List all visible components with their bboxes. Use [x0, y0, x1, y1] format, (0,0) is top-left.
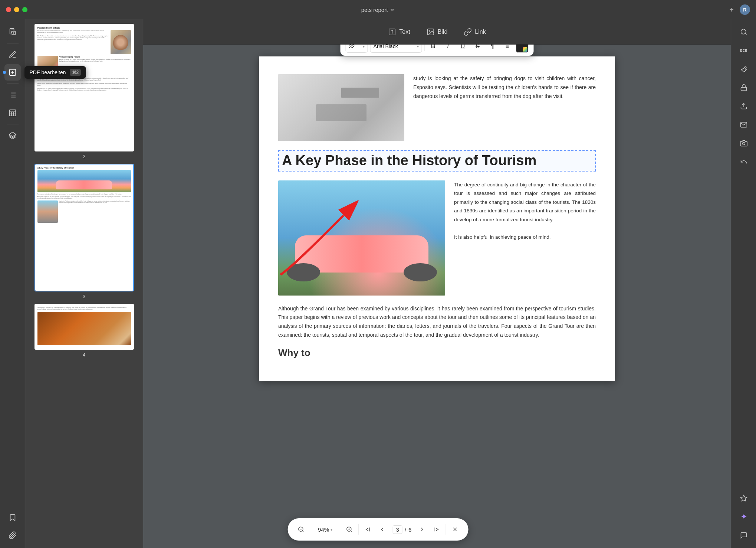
bold-button[interactable]: B: [427, 45, 440, 53]
sidebar-item-bookmark[interactable]: [4, 509, 21, 526]
sidebar-divider-1: [7, 43, 19, 43]
svg-rect-32: [741, 87, 746, 91]
thumb4-body: Ranthambore National Park is a showcase …: [37, 307, 131, 310]
thumb3-content: A Key Phase in the History of Tourism Th…: [35, 164, 133, 291]
pdf-page: 32 ▾ Arial Black ▾ B I U S ¶ ≡: [259, 56, 615, 381]
thumb2-body-text: Research on human-animal interactions is…: [37, 30, 109, 34]
article-top-section: study is looking at the safety of bringi…: [278, 74, 596, 141]
svg-line-23: [351, 531, 352, 532]
article-top-text: study is looking at the safety of bringi…: [413, 74, 596, 141]
article-side-text: The degree of continuity and big change …: [454, 180, 596, 296]
search-icon[interactable]: [736, 24, 752, 40]
underline-button[interactable]: U: [457, 45, 469, 53]
sidebar-item-annotate[interactable]: [4, 46, 21, 63]
first-page-button[interactable]: [360, 522, 375, 537]
sidebar-item-edit-pdf[interactable]: PDF bearbeiten ⌘2: [4, 64, 21, 81]
page-number-2: 2: [83, 154, 85, 159]
camera-icon[interactable]: [736, 135, 752, 151]
current-page[interactable]: 3: [393, 525, 402, 534]
chat-icon[interactable]: [736, 527, 752, 544]
article-full-text: Although the Grand Tour has been examine…: [278, 304, 596, 340]
zoom-out-button[interactable]: [294, 522, 309, 537]
edit-title-icon[interactable]: ✏: [391, 7, 395, 13]
thumb3-title: A Key Phase in the History of Tourism: [37, 167, 131, 169]
sidebar-divider-2: [7, 84, 19, 84]
upload-icon[interactable]: [736, 98, 752, 114]
close-button[interactable]: [6, 7, 11, 12]
article-side-paragraph-1: The degree of continuity and big change …: [454, 180, 596, 224]
paragraph-button[interactable]: ¶: [486, 45, 499, 53]
close-bar-button[interactable]: [447, 522, 462, 537]
main-layout: PDF bearbeiten ⌘2: [0, 19, 756, 548]
thumbnail-page-3[interactable]: A Key Phase in the History of Tourism Th…: [30, 164, 138, 299]
sidebar-item-list[interactable]: [4, 87, 21, 103]
sidebar-divider-3: [7, 124, 19, 124]
sidebar-item-document[interactable]: [4, 24, 21, 40]
thumb3-car-image: [37, 170, 131, 192]
sidebar-item-attachment[interactable]: [4, 527, 21, 544]
article-top-image: [278, 74, 404, 141]
add-tab-button[interactable]: +: [729, 6, 734, 14]
color-picker-button[interactable]: [516, 45, 529, 53]
thumb4-content: Ranthambore National Park is a showcase …: [35, 304, 133, 349]
zoom-chevron-icon: ▾: [331, 528, 332, 532]
sparkle-icon[interactable]: ✦: [736, 509, 752, 525]
page-number-4: 4: [83, 352, 85, 358]
lock-icon[interactable]: [736, 79, 752, 96]
svg-rect-9: [9, 110, 16, 116]
sidebar-item-layers[interactable]: [4, 127, 21, 144]
svg-line-20: [302, 531, 303, 532]
sidebar-item-table[interactable]: [4, 105, 21, 121]
mail-icon[interactable]: [736, 117, 752, 133]
thumb3-body: The degree of continuity and big change …: [37, 193, 131, 195]
link-tool-button[interactable]: Link: [457, 25, 492, 39]
window-title: pets report ✏: [361, 7, 395, 13]
bottom-pagination-bar: 94% ▾: [288, 518, 469, 541]
page-separator: /: [405, 526, 406, 533]
thumb2-animals-body3: Beagle model with people who have cancer…: [37, 83, 131, 87]
text-tool-button[interactable]: Text: [381, 25, 417, 39]
user-avatar[interactable]: R: [740, 4, 750, 15]
toolbar-separator-1: [424, 45, 425, 51]
article-side-paragraph-2: It is also helpful in achieving peace of…: [454, 233, 596, 242]
color-indicator: [523, 47, 527, 52]
car-image: [278, 180, 445, 296]
active-indicator: [3, 71, 6, 74]
thumb2-possible-health: Possible Health Effects: [37, 27, 131, 29]
star-icon[interactable]: [736, 490, 752, 506]
thumb3-eiffel-text: Traveling to Paris has a milestone in th…: [59, 200, 131, 222]
thumb2-animals-body: Animals can serve as a source of comfort…: [59, 59, 131, 62]
font-size-chevron: ▾: [363, 45, 365, 49]
undo-icon[interactable]: [736, 154, 752, 170]
next-page-button[interactable]: [414, 522, 429, 537]
italic-button[interactable]: I: [442, 45, 454, 53]
why-to-heading: Why to: [278, 347, 596, 359]
strikethrough-button[interactable]: S: [471, 45, 484, 53]
font-size-dropdown[interactable]: 32 ▾: [346, 45, 368, 53]
last-page-button[interactable]: [429, 522, 444, 537]
page-indicator: 3 / 6: [390, 525, 415, 534]
right-sidebar: OCR: [731, 19, 756, 548]
bild-tool-button[interactable]: Bild: [420, 25, 454, 39]
text-edit-toolbar: 32 ▾ Arial Black ▾ B I U S ¶ ≡: [341, 45, 534, 56]
svg-rect-1: [12, 31, 15, 35]
pdf-scroll-area[interactable]: 32 ▾ Arial Black ▾ B I U S ¶ ≡: [143, 45, 731, 548]
zoom-level[interactable]: 94% ▾: [309, 526, 342, 533]
bottom-sep-2: [446, 524, 446, 535]
zoom-in-button[interactable]: [342, 522, 357, 537]
align-button[interactable]: ≡: [501, 45, 514, 53]
svg-point-17: [429, 30, 430, 31]
minimize-button[interactable]: [14, 7, 19, 12]
ocr-icon[interactable]: OCR: [736, 42, 752, 59]
article-heading[interactable]: A Key Phase in the History of Tourism: [278, 150, 596, 172]
thumbnail-page-2[interactable]: Possible Health Effects Research on huma…: [30, 24, 138, 159]
stamp-icon[interactable]: [736, 61, 752, 77]
thumb2-body-text2: The Pet-Human Partnership is looking at …: [37, 35, 109, 41]
thumbnail-page-4[interactable]: Ranthambore National Park is a showcase …: [30, 304, 138, 358]
traffic-lights: [6, 7, 27, 12]
tooltip-shortcut: ⌘2: [70, 69, 81, 76]
maximize-button[interactable]: [22, 7, 27, 12]
thumb2-animals-helping: Animals Helping People: [59, 56, 131, 58]
prev-page-button[interactable]: [375, 522, 390, 537]
font-family-dropdown[interactable]: Arial Black ▾: [370, 45, 422, 53]
